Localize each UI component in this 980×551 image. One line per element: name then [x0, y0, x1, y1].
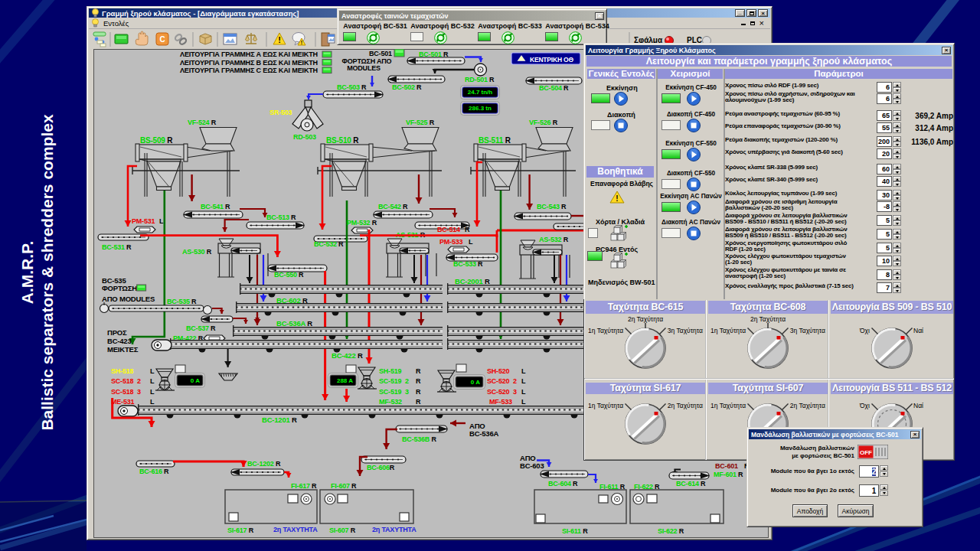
- svg-text:OFF: OFF: [860, 449, 872, 456]
